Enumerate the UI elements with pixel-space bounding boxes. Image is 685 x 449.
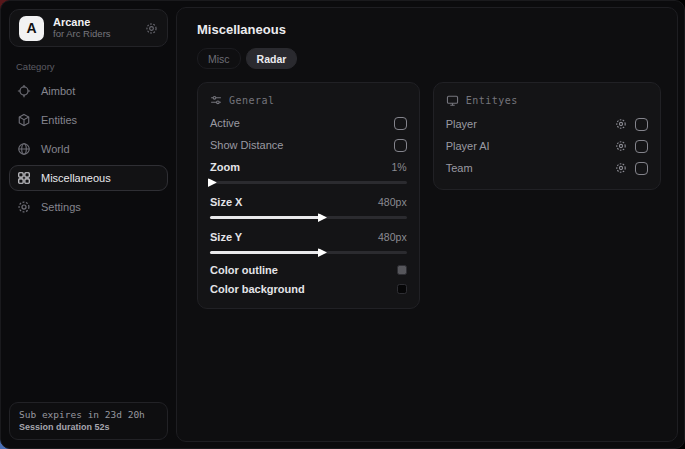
player-ai-gear-icon[interactable] — [615, 140, 627, 152]
size-y-slider[interactable] — [210, 251, 407, 254]
slider-thumb[interactable] — [318, 248, 327, 257]
color-background-row: Color background — [210, 279, 407, 298]
screen: A Arcane for Arc Riders Category — [0, 0, 685, 449]
sidebar-item-label: Miscellaneous — [41, 172, 111, 184]
size-x-group: Size X 480px — [210, 193, 407, 219]
entities-card-title: Entityes — [466, 95, 518, 106]
zoom-slider[interactable] — [210, 181, 407, 184]
active-row: Active — [210, 112, 407, 134]
player-ai-checkbox[interactable] — [635, 140, 648, 153]
slider-fill — [210, 251, 322, 254]
page-title: Miscellaneous — [197, 22, 661, 37]
active-checkbox[interactable] — [394, 117, 407, 130]
team-label: Team — [446, 162, 473, 174]
color-background-swatch[interactable] — [397, 284, 407, 294]
tab-radar[interactable]: Radar — [246, 48, 298, 69]
cube-icon — [17, 113, 31, 127]
zoom-group: Zoom 1% — [210, 158, 407, 184]
sidebar: A Arcane for Arc Riders Category — [1, 1, 176, 448]
team-row: Team — [446, 157, 648, 179]
app-logo: A — [19, 16, 44, 41]
app-window: A Arcane for Arc Riders Category — [0, 0, 685, 449]
sidebar-item-aimbot[interactable]: Aimbot — [9, 78, 168, 104]
player-row: Player — [446, 113, 648, 135]
app-name: Arcane — [53, 16, 136, 29]
size-y-label: Size Y — [210, 231, 242, 243]
sidebar-item-label: World — [41, 143, 70, 155]
general-card: General Active Show Distance Zoom 1% — [197, 82, 420, 309]
slider-thumb[interactable] — [318, 213, 327, 222]
session-duration-text: Session duration 52s — [19, 422, 158, 432]
slider-fill — [210, 216, 322, 219]
crosshair-icon — [17, 84, 31, 98]
sidebar-item-world[interactable]: World — [9, 136, 168, 162]
sidebar-item-label: Entities — [41, 114, 77, 126]
sidebar-item-entities[interactable]: Entities — [9, 107, 168, 133]
show-distance-checkbox[interactable] — [394, 139, 407, 152]
sidebar-item-label: Aimbot — [41, 85, 75, 97]
show-distance-label: Show Distance — [210, 139, 283, 151]
app-subtitle: for Arc Riders — [53, 29, 136, 40]
general-card-title: General — [229, 95, 275, 106]
main-panel: Miscellaneous Misc Radar Gener — [176, 7, 678, 442]
size-y-value: 480px — [378, 231, 407, 243]
settings-gear-icon[interactable] — [145, 22, 158, 35]
logo-card: A Arcane for Arc Riders — [9, 9, 168, 47]
globe-icon — [17, 142, 31, 156]
size-x-value: 480px — [378, 196, 407, 208]
player-checkbox[interactable] — [635, 118, 648, 131]
active-label: Active — [210, 117, 240, 129]
subscription-card: Sub expires in 23d 20h Session duration … — [9, 402, 168, 440]
sidebar-item-settings[interactable]: Settings — [9, 194, 168, 220]
entities-card: Entityes Player — [433, 82, 661, 190]
player-gear-icon[interactable] — [615, 118, 627, 130]
tab-misc[interactable]: Misc — [197, 48, 241, 69]
team-gear-icon[interactable] — [615, 162, 627, 174]
color-background-label: Color background — [210, 283, 305, 295]
grid-icon — [17, 171, 31, 185]
zoom-label: Zoom — [210, 161, 240, 173]
player-ai-label: Player AI — [446, 140, 490, 152]
size-x-label: Size X — [210, 196, 242, 208]
sidebar-item-miscellaneous[interactable]: Miscellaneous — [9, 165, 168, 191]
gear-icon — [17, 200, 31, 214]
monitor-icon — [446, 94, 459, 107]
zoom-value: 1% — [391, 161, 406, 173]
color-outline-swatch[interactable] — [397, 265, 407, 275]
size-x-slider[interactable] — [210, 216, 407, 219]
show-distance-row: Show Distance — [210, 134, 407, 156]
player-label: Player — [446, 118, 477, 130]
team-checkbox[interactable] — [635, 162, 648, 175]
size-y-group: Size Y 480px — [210, 228, 407, 254]
color-outline-row: Color outline — [210, 260, 407, 279]
player-ai-row: Player AI — [446, 135, 648, 157]
color-outline-label: Color outline — [210, 264, 278, 276]
category-label: Category — [16, 61, 168, 72]
sidebar-item-label: Settings — [41, 201, 81, 213]
sliders-icon — [210, 94, 222, 106]
tab-bar: Misc Radar — [197, 48, 661, 69]
slider-thumb[interactable] — [208, 178, 217, 187]
sidebar-nav: Aimbot Entities Wo — [9, 78, 168, 220]
sub-expires-text: Sub expires in 23d 20h — [19, 409, 158, 420]
